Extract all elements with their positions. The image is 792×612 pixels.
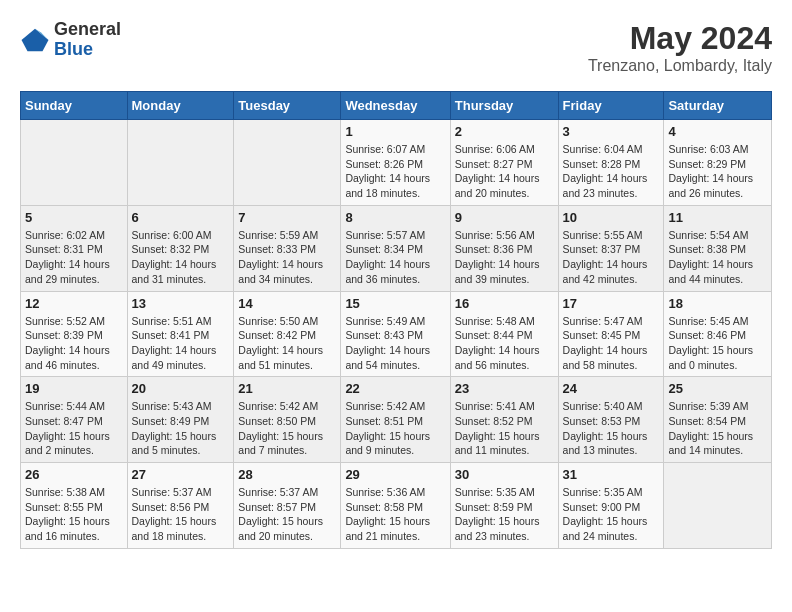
title-block: May 2024 Trenzano, Lombardy, Italy <box>588 20 772 75</box>
day-info: Sunrise: 5:57 AM Sunset: 8:34 PM Dayligh… <box>345 228 445 287</box>
column-header-saturday: Saturday <box>664 92 772 120</box>
day-number: 3 <box>563 124 660 139</box>
day-number: 1 <box>345 124 445 139</box>
column-header-wednesday: Wednesday <box>341 92 450 120</box>
day-number: 7 <box>238 210 336 225</box>
day-number: 6 <box>132 210 230 225</box>
day-info: Sunrise: 5:52 AM Sunset: 8:39 PM Dayligh… <box>25 314 123 373</box>
logo: General Blue <box>20 20 121 60</box>
day-number: 5 <box>25 210 123 225</box>
day-number: 13 <box>132 296 230 311</box>
day-info: Sunrise: 5:59 AM Sunset: 8:33 PM Dayligh… <box>238 228 336 287</box>
day-number: 17 <box>563 296 660 311</box>
calendar-cell: 19Sunrise: 5:44 AM Sunset: 8:47 PM Dayli… <box>21 377 128 463</box>
column-header-thursday: Thursday <box>450 92 558 120</box>
calendar-cell: 2Sunrise: 6:06 AM Sunset: 8:27 PM Daylig… <box>450 120 558 206</box>
day-info: Sunrise: 6:03 AM Sunset: 8:29 PM Dayligh… <box>668 142 767 201</box>
day-number: 8 <box>345 210 445 225</box>
day-info: Sunrise: 5:40 AM Sunset: 8:53 PM Dayligh… <box>563 399 660 458</box>
day-number: 20 <box>132 381 230 396</box>
calendar-cell: 28Sunrise: 5:37 AM Sunset: 8:57 PM Dayli… <box>234 463 341 549</box>
day-info: Sunrise: 5:37 AM Sunset: 8:57 PM Dayligh… <box>238 485 336 544</box>
calendar-cell: 5Sunrise: 6:02 AM Sunset: 8:31 PM Daylig… <box>21 205 128 291</box>
day-number: 26 <box>25 467 123 482</box>
day-info: Sunrise: 6:06 AM Sunset: 8:27 PM Dayligh… <box>455 142 554 201</box>
calendar-cell: 16Sunrise: 5:48 AM Sunset: 8:44 PM Dayli… <box>450 291 558 377</box>
day-info: Sunrise: 5:38 AM Sunset: 8:55 PM Dayligh… <box>25 485 123 544</box>
column-header-tuesday: Tuesday <box>234 92 341 120</box>
day-number: 23 <box>455 381 554 396</box>
day-info: Sunrise: 5:37 AM Sunset: 8:56 PM Dayligh… <box>132 485 230 544</box>
svg-marker-0 <box>22 29 49 52</box>
calendar-cell <box>21 120 128 206</box>
day-info: Sunrise: 5:39 AM Sunset: 8:54 PM Dayligh… <box>668 399 767 458</box>
day-info: Sunrise: 5:49 AM Sunset: 8:43 PM Dayligh… <box>345 314 445 373</box>
calendar-cell: 12Sunrise: 5:52 AM Sunset: 8:39 PM Dayli… <box>21 291 128 377</box>
day-number: 16 <box>455 296 554 311</box>
calendar-body: 1Sunrise: 6:07 AM Sunset: 8:26 PM Daylig… <box>21 120 772 549</box>
day-number: 4 <box>668 124 767 139</box>
calendar-cell: 29Sunrise: 5:36 AM Sunset: 8:58 PM Dayli… <box>341 463 450 549</box>
day-info: Sunrise: 5:47 AM Sunset: 8:45 PM Dayligh… <box>563 314 660 373</box>
calendar-cell <box>127 120 234 206</box>
calendar-cell <box>234 120 341 206</box>
column-header-friday: Friday <box>558 92 664 120</box>
calendar-cell <box>664 463 772 549</box>
calendar-cell: 26Sunrise: 5:38 AM Sunset: 8:55 PM Dayli… <box>21 463 128 549</box>
day-info: Sunrise: 5:51 AM Sunset: 8:41 PM Dayligh… <box>132 314 230 373</box>
day-info: Sunrise: 5:35 AM Sunset: 8:59 PM Dayligh… <box>455 485 554 544</box>
calendar-cell: 10Sunrise: 5:55 AM Sunset: 8:37 PM Dayli… <box>558 205 664 291</box>
header-row: SundayMondayTuesdayWednesdayThursdayFrid… <box>21 92 772 120</box>
day-number: 22 <box>345 381 445 396</box>
day-info: Sunrise: 6:02 AM Sunset: 8:31 PM Dayligh… <box>25 228 123 287</box>
calendar-week-1: 1Sunrise: 6:07 AM Sunset: 8:26 PM Daylig… <box>21 120 772 206</box>
day-number: 28 <box>238 467 336 482</box>
day-number: 2 <box>455 124 554 139</box>
day-number: 15 <box>345 296 445 311</box>
calendar-cell: 25Sunrise: 5:39 AM Sunset: 8:54 PM Dayli… <box>664 377 772 463</box>
day-info: Sunrise: 5:48 AM Sunset: 8:44 PM Dayligh… <box>455 314 554 373</box>
day-info: Sunrise: 5:44 AM Sunset: 8:47 PM Dayligh… <box>25 399 123 458</box>
day-info: Sunrise: 6:00 AM Sunset: 8:32 PM Dayligh… <box>132 228 230 287</box>
calendar-cell: 18Sunrise: 5:45 AM Sunset: 8:46 PM Dayli… <box>664 291 772 377</box>
day-number: 24 <box>563 381 660 396</box>
day-info: Sunrise: 5:41 AM Sunset: 8:52 PM Dayligh… <box>455 399 554 458</box>
day-number: 10 <box>563 210 660 225</box>
calendar-cell: 22Sunrise: 5:42 AM Sunset: 8:51 PM Dayli… <box>341 377 450 463</box>
calendar-cell: 14Sunrise: 5:50 AM Sunset: 8:42 PM Dayli… <box>234 291 341 377</box>
day-number: 29 <box>345 467 445 482</box>
day-number: 11 <box>668 210 767 225</box>
calendar-cell: 1Sunrise: 6:07 AM Sunset: 8:26 PM Daylig… <box>341 120 450 206</box>
calendar-cell: 30Sunrise: 5:35 AM Sunset: 8:59 PM Dayli… <box>450 463 558 549</box>
calendar-cell: 6Sunrise: 6:00 AM Sunset: 8:32 PM Daylig… <box>127 205 234 291</box>
calendar-week-4: 19Sunrise: 5:44 AM Sunset: 8:47 PM Dayli… <box>21 377 772 463</box>
day-info: Sunrise: 5:55 AM Sunset: 8:37 PM Dayligh… <box>563 228 660 287</box>
calendar-table: SundayMondayTuesdayWednesdayThursdayFrid… <box>20 91 772 549</box>
day-number: 18 <box>668 296 767 311</box>
calendar-cell: 20Sunrise: 5:43 AM Sunset: 8:49 PM Dayli… <box>127 377 234 463</box>
day-info: Sunrise: 5:43 AM Sunset: 8:49 PM Dayligh… <box>132 399 230 458</box>
calendar-cell: 4Sunrise: 6:03 AM Sunset: 8:29 PM Daylig… <box>664 120 772 206</box>
day-number: 9 <box>455 210 554 225</box>
day-number: 25 <box>668 381 767 396</box>
day-info: Sunrise: 5:35 AM Sunset: 9:00 PM Dayligh… <box>563 485 660 544</box>
calendar-cell: 27Sunrise: 5:37 AM Sunset: 8:56 PM Dayli… <box>127 463 234 549</box>
day-number: 31 <box>563 467 660 482</box>
calendar-cell: 31Sunrise: 5:35 AM Sunset: 9:00 PM Dayli… <box>558 463 664 549</box>
day-info: Sunrise: 6:07 AM Sunset: 8:26 PM Dayligh… <box>345 142 445 201</box>
day-info: Sunrise: 6:04 AM Sunset: 8:28 PM Dayligh… <box>563 142 660 201</box>
day-info: Sunrise: 5:42 AM Sunset: 8:51 PM Dayligh… <box>345 399 445 458</box>
day-number: 30 <box>455 467 554 482</box>
calendar-cell: 23Sunrise: 5:41 AM Sunset: 8:52 PM Dayli… <box>450 377 558 463</box>
calendar-cell: 15Sunrise: 5:49 AM Sunset: 8:43 PM Dayli… <box>341 291 450 377</box>
calendar-cell: 21Sunrise: 5:42 AM Sunset: 8:50 PM Dayli… <box>234 377 341 463</box>
logo-general: General <box>54 20 121 40</box>
calendar-cell: 11Sunrise: 5:54 AM Sunset: 8:38 PM Dayli… <box>664 205 772 291</box>
calendar-cell: 7Sunrise: 5:59 AM Sunset: 8:33 PM Daylig… <box>234 205 341 291</box>
day-info: Sunrise: 5:50 AM Sunset: 8:42 PM Dayligh… <box>238 314 336 373</box>
day-number: 14 <box>238 296 336 311</box>
calendar-header: SundayMondayTuesdayWednesdayThursdayFrid… <box>21 92 772 120</box>
day-info: Sunrise: 5:45 AM Sunset: 8:46 PM Dayligh… <box>668 314 767 373</box>
calendar-cell: 17Sunrise: 5:47 AM Sunset: 8:45 PM Dayli… <box>558 291 664 377</box>
column-header-monday: Monday <box>127 92 234 120</box>
